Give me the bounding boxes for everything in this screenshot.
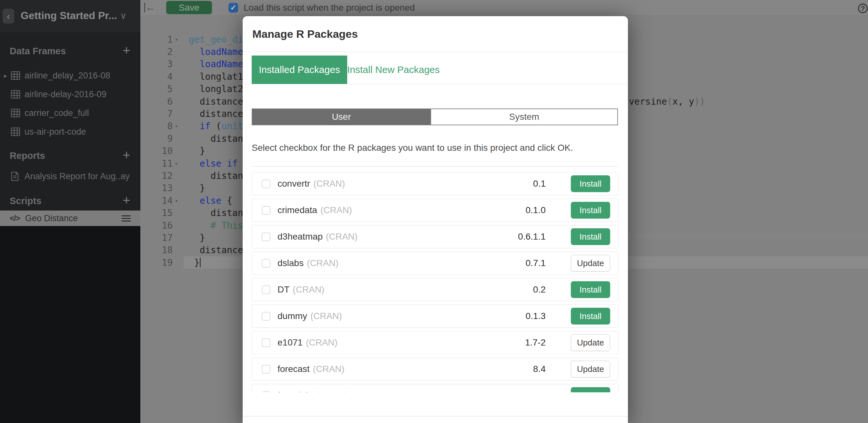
- divider: [243, 52, 628, 52]
- package-name: dummy: [278, 311, 307, 321]
- package-row: convertr (CRAN) 0.1 Install: [252, 172, 618, 195]
- scope-toggle: User System: [252, 109, 618, 125]
- package-checkbox[interactable]: [262, 338, 270, 347]
- package-row: crimedata (CRAN) 0.1.0 Install: [252, 199, 618, 222]
- package-checkbox[interactable]: [262, 391, 270, 393]
- package-checkbox[interactable]: [262, 312, 270, 321]
- package-action-button[interactable]: Install: [571, 387, 610, 392]
- package-name: crimedata: [278, 205, 317, 215]
- package-source: (CRAN): [326, 231, 358, 242]
- tab-installed-packages[interactable]: Installed Packages: [252, 56, 347, 84]
- package-name: convertr: [278, 178, 310, 189]
- package-action-button[interactable]: Update: [571, 361, 610, 377]
- package-version: 0.1.4: [526, 390, 546, 392]
- package-row: dslabs (CRAN) 0.7.1 Update: [252, 252, 618, 275]
- package-source: (CRAN): [316, 390, 347, 392]
- package-version: 0.1.0: [526, 205, 546, 215]
- package-source: (CRAN): [310, 311, 342, 321]
- divider: [243, 84, 628, 84]
- manage-r-packages-modal: Manage R Packages Installed Packages Ins…: [243, 16, 628, 423]
- package-checkbox[interactable]: [262, 179, 270, 188]
- scope-system-button[interactable]: System: [430, 109, 617, 124]
- package-version: 0.1: [533, 178, 546, 189]
- package-version: 0.1.3: [526, 311, 546, 321]
- app-window: ‹ Getting Started Pr... ∨ Data Frames + …: [0, 0, 868, 423]
- package-checkbox[interactable]: [262, 365, 270, 374]
- package-name: e1071: [278, 337, 303, 348]
- package-row: DT (CRAN) 0.2 Install: [252, 278, 618, 301]
- package-source: (CRAN): [293, 284, 324, 295]
- package-action-button[interactable]: Install: [571, 175, 610, 192]
- modal-footer-divider: [243, 416, 628, 417]
- package-version: 1.7-2: [525, 337, 546, 348]
- package-action-button[interactable]: Update: [571, 334, 610, 351]
- package-source: (CRAN): [320, 205, 352, 215]
- scope-user-button[interactable]: User: [252, 109, 430, 124]
- package-checkbox[interactable]: [262, 285, 270, 294]
- package-version: 0.7.1: [526, 258, 546, 268]
- package-version: 0.2: [533, 284, 546, 295]
- package-name: dslabs: [278, 258, 304, 268]
- package-action-button[interactable]: Install: [571, 202, 610, 219]
- package-row: fuzzyjoin (CRAN) 0.1.4 Install: [252, 384, 618, 392]
- package-row: dummy (CRAN) 0.1.3 Install: [252, 305, 618, 328]
- package-source: (CRAN): [313, 364, 345, 374]
- modal-tabs: Installed Packages Install New Packages: [243, 56, 628, 84]
- package-source: (CRAN): [306, 337, 338, 348]
- package-checkbox[interactable]: [262, 232, 270, 241]
- modal-title: Manage R Packages: [252, 16, 358, 52]
- package-name: forecast: [278, 364, 310, 374]
- package-row: e1071 (CRAN) 1.7-2 Update: [252, 331, 618, 354]
- tab-install-new-packages[interactable]: Install New Packages: [347, 56, 440, 84]
- package-name: fuzzyjoin: [278, 390, 313, 392]
- package-action-button[interactable]: Install: [571, 308, 610, 325]
- package-name: DT: [278, 284, 289, 295]
- package-action-button[interactable]: Install: [571, 281, 610, 298]
- package-version: 0.6.1.1: [518, 231, 546, 242]
- package-checkbox[interactable]: [262, 259, 270, 268]
- package-row: d3heatmap (CRAN) 0.6.1.1 Install: [252, 225, 618, 248]
- package-action-button[interactable]: Install: [571, 228, 610, 245]
- package-source: (CRAN): [307, 258, 339, 268]
- package-list: convertr (CRAN) 0.1 Install crimedata (C…: [252, 166, 618, 392]
- package-source: (CRAN): [313, 178, 345, 189]
- package-version: 8.4: [533, 364, 546, 374]
- package-action-button[interactable]: Update: [571, 255, 610, 272]
- package-checkbox[interactable]: [262, 206, 270, 215]
- instruction-text: Select checkbox for the R packages you w…: [252, 141, 573, 154]
- package-row: forecast (CRAN) 8.4 Update: [252, 358, 618, 381]
- package-name: d3heatmap: [278, 231, 323, 242]
